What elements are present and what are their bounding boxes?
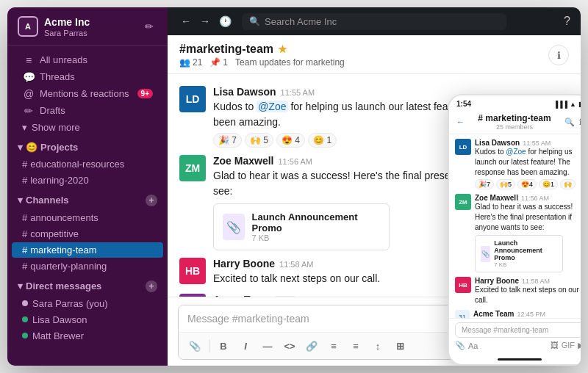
phone-msg-4: 31 Acme Team 12:45 PM Event starting in … [455,310,581,318]
numbered-list-button[interactable]: ≡ [345,336,366,356]
wifi-icon: ▲ [570,101,576,108]
pinned-number: 1 [223,57,228,68]
block-button[interactable]: ⊞ [390,336,410,356]
compose-button[interactable]: ✏ [141,18,157,35]
phone-reaction-a[interactable]: 🎉7 [475,179,494,189]
sidebar-item-threads[interactable]: 💬 Threads [12,69,163,85]
dm-item-matt[interactable]: Matt Brewer [12,328,163,344]
pin-icon: 📌 [209,57,220,68]
channel-item-learning[interactable]: # learning-2020 [12,173,163,188]
description-text: Team updates for marketing [235,57,345,68]
reaction-1a[interactable]: 🎉 7 [213,133,242,148]
phone-attach-icon[interactable]: 📎 [455,341,465,350]
phone-msg-body-4: Acme Team 12:45 PM Event starting in 15 … [473,310,581,318]
phone-avatar-harry: HB [455,277,471,293]
bold-button[interactable]: B [213,336,234,356]
dm-section-header[interactable]: ▾ Direct messages + [7,275,168,295]
indent-button[interactable]: ↕ [368,336,388,356]
sidebar-item-drafts[interactable]: ✏ Drafts [12,103,163,119]
file-icon: 📎 [223,214,245,240]
person-icon: 👥 [179,57,190,68]
back-button[interactable]: ← [178,14,194,29]
sidebar-item-all-unreads[interactable]: ≡ All unreads [12,52,163,68]
workspace-avatar: A [18,16,38,37]
channel-info-button[interactable]: ℹ [548,45,569,65]
phone-reaction-c[interactable]: 😍4 [517,179,537,189]
pinned-count[interactable]: 📌 1 [209,57,228,68]
phone-info-icon[interactable]: ℹ [579,117,581,127]
link-button[interactable]: 🔗 [301,336,322,356]
phone-home-bar [449,354,581,364]
phone-msg-body-1: Lisa Dawson 11:55 AM Kudos to @Zoe for h… [475,139,581,189]
phone-reaction-e[interactable]: 🙌 [560,179,576,189]
reaction-1d[interactable]: 😊 1 [308,133,337,148]
channels-section-header[interactable]: ▾ Channels + [7,189,168,209]
workspace-info[interactable]: A Acme Inc Sara Parras [18,16,90,37]
presence-indicator [22,300,28,306]
channel-name: announcements [30,212,98,223]
phone-mention: @Zoe [506,148,526,156]
history-button[interactable]: 🕐 [216,14,234,29]
code-button[interactable]: <> [279,336,300,356]
phone-back-button[interactable]: ← [456,117,465,126]
phone-back-area: ← [456,117,465,126]
add-dm-button[interactable]: + [146,280,157,292]
dm-name: Sara Parras (you) [32,298,108,309]
projects-section-left: ▾ 😊 Projects [18,142,78,153]
channel-item-educational[interactable]: # educational-resources [12,156,163,172]
msg-time-1: 11:55 AM [281,88,315,97]
star-icon[interactable]: ★ [278,43,287,55]
phone-file-attach[interactable]: 📎 Launch Announcement Promo 7 KB [475,235,563,272]
phone-search-icon[interactable]: 🔍 [564,117,575,127]
reaction-1c[interactable]: 😍 4 [276,133,305,148]
show-more-label: Show more [32,122,80,133]
hash-icon: # [22,212,27,223]
members-count[interactable]: 👥 21 [179,57,202,68]
channel-name: quarterly-planning [30,261,107,272]
italic-button[interactable]: I [235,336,256,356]
phone-msg-header-3: Harry Boone 11:58 AM [475,277,581,285]
attach-button[interactable]: 📎 [184,336,205,356]
search-bar[interactable]: 🔍 Search Acme Inc [242,13,506,30]
forward-button[interactable]: → [197,14,213,29]
phone-input-field[interactable]: Message #marketing-team [455,322,581,338]
phone-msg-1: LD Lisa Dawson 11:55 AM Kudos to @Zoe fo… [455,139,581,189]
channel-item-quarterly[interactable]: # quarterly-planning [12,258,163,274]
strikethrough-button[interactable]: — [257,336,278,356]
phone-msg-3: HB Harry Boone 11:58 AM Excited to talk … [455,277,581,305]
show-more-button[interactable]: ▾ Show more [12,120,163,135]
sidebar-nav: ≡ All unreads 💬 Threads @ Mentions & rea… [7,46,168,366]
add-channel-button[interactable]: + [146,195,157,206]
drafts-icon: ✏ [22,105,35,117]
chevron-down-icon: ▾ [22,122,27,133]
phone-sender-lisa: Lisa Dawson [475,139,520,147]
phone-reaction-d[interactable]: 😊1 [539,179,558,189]
app-container: A Acme Inc Sara Parras ✏ ≡ All unreads 💬… [7,7,581,366]
channel-item-announcements[interactable]: # announcements [12,210,163,225]
phone-msg-2: ZM Zoe Maxwell 11:56 AM Glad to hear it … [455,194,581,272]
dm-item-lisa[interactable]: Lisa Dawson [12,312,163,327]
avatar-harry: HB [179,258,206,284]
channel-item-marketing-team[interactable]: # marketing-team [12,242,163,258]
bullet-list-button[interactable]: ≡ [323,336,344,356]
projects-section-header[interactable]: ▾ 😊 Projects [7,136,168,156]
phone-text-2: Glad to hear it was a success! Here's th… [475,202,581,233]
sidebar-item-mentions[interactable]: @ Mentions & reactions 9+ [12,86,163,102]
file-attachment[interactable]: 📎 Launch Announcement Promo 7 KB [213,203,390,250]
search-placeholder: Search Acme Inc [265,16,337,27]
help-button[interactable]: ? [564,15,570,28]
phone-formatting-btn[interactable]: Aa [468,341,478,350]
toolbar-separator [209,339,209,352]
hash-icon: # [22,175,27,186]
phone-gif-icon[interactable]: GIF [562,341,575,350]
reaction-1b[interactable]: 🙌 5 [245,133,273,148]
phone-reaction-b[interactable]: 🙌5 [496,179,515,189]
workspace-user: Sara Parras [44,29,90,37]
channel-item-competitive[interactable]: # competitive [12,226,163,242]
hash-icon: # [22,159,27,170]
phone-send-icon[interactable]: ▶ [578,341,581,350]
msg-time-3: 11:58 AM [279,260,313,269]
mentions-badge: 9+ [137,89,153,98]
dm-item-sara[interactable]: Sara Parras (you) [12,296,163,311]
phone-image-icon[interactable]: 🖼 [551,341,559,350]
